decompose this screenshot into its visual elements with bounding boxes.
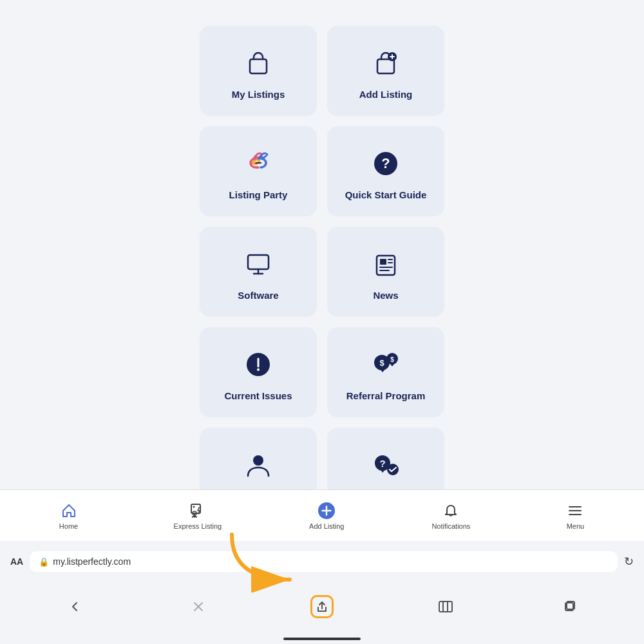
lock-icon: 🔒 <box>39 557 49 567</box>
svg-rect-0 <box>250 59 267 73</box>
browser-toolbar <box>0 582 644 631</box>
exclamation-circle-icon <box>242 348 275 381</box>
card-my-listings[interactable]: My Listings <box>200 26 317 116</box>
back-button[interactable] <box>63 595 86 618</box>
svg-marker-21 <box>379 368 386 372</box>
express-listing-icon <box>189 502 207 520</box>
nav-menu-label: Menu <box>567 522 585 530</box>
svg-text:?: ? <box>381 155 390 171</box>
svg-point-31 <box>193 506 194 507</box>
home-indicator <box>283 638 361 640</box>
nav-home-label: Home <box>59 522 78 530</box>
bag-icon <box>242 46 275 80</box>
url-text: my.listperfectly.com <box>53 556 131 567</box>
card-my-listings-label: My Listings <box>232 89 285 100</box>
close-button[interactable] <box>187 595 210 618</box>
card-current-issues-label: Current Issues <box>224 390 292 401</box>
browser-address-bar: AA 🔒 my.listperfectly.com ↻ <box>0 544 644 580</box>
svg-text:$: $ <box>390 356 394 363</box>
bell-icon <box>442 502 460 520</box>
nav-notifications[interactable]: Notifications <box>431 502 470 530</box>
svg-marker-28 <box>380 469 386 473</box>
listing-party-icon <box>242 147 275 180</box>
svg-marker-24 <box>390 363 395 366</box>
svg-text:$: $ <box>379 358 384 368</box>
svg-point-18 <box>257 368 260 371</box>
hamburger-menu-icon <box>566 502 584 520</box>
card-listing-party-label: Listing Party <box>229 189 288 200</box>
card-current-issues[interactable]: Current Issues <box>200 327 317 417</box>
svg-rect-1 <box>377 59 394 73</box>
bottom-nav: Home Express Listing A <box>0 489 644 541</box>
nav-home[interactable]: Home <box>50 502 88 530</box>
tabs-button[interactable] <box>558 595 581 618</box>
monitor-icon <box>242 247 275 281</box>
chat-question-icon: ? <box>369 448 402 482</box>
nav-express-listing[interactable]: Express Listing <box>174 502 222 530</box>
nav-menu[interactable]: Menu <box>556 502 594 530</box>
card-referral-program[interactable]: $ $ Referral Program <box>327 327 444 417</box>
card-news-label: News <box>373 290 398 301</box>
nav-add-listing[interactable]: Add Listing <box>307 502 346 530</box>
home-icon <box>60 502 78 520</box>
card-software-label: Software <box>238 290 278 301</box>
main-scroll[interactable]: My Listings Add Listing <box>0 0 644 541</box>
referral-icon: $ $ <box>369 348 402 381</box>
newspaper-icon <box>369 247 402 281</box>
card-add-listing-label: Add Listing <box>359 89 413 100</box>
bookmarks-button[interactable] <box>434 595 457 618</box>
menu-grid: My Listings Add Listing <box>200 26 444 518</box>
nav-express-listing-label: Express Listing <box>174 522 222 530</box>
nav-notifications-label: Notifications <box>431 522 470 530</box>
svg-rect-10 <box>377 256 395 275</box>
svg-rect-11 <box>380 259 386 265</box>
card-referral-label: Referral Program <box>346 390 426 401</box>
svg-point-25 <box>253 455 263 466</box>
person-icon <box>242 448 275 482</box>
card-software[interactable]: Software <box>200 227 317 317</box>
card-listing-party[interactable]: Listing Party <box>200 126 317 216</box>
url-bar[interactable]: 🔒 my.listperfectly.com <box>30 551 618 572</box>
svg-rect-43 <box>439 601 452 612</box>
svg-text:?: ? <box>379 458 385 469</box>
card-quick-start[interactable]: ? Quick Start Guide <box>327 126 444 216</box>
card-quick-start-label: Quick Start Guide <box>345 189 427 200</box>
add-listing-nav-icon <box>317 502 336 520</box>
refresh-icon[interactable]: ↻ <box>624 554 634 569</box>
bag-plus-icon <box>369 46 402 80</box>
card-news[interactable]: News <box>327 227 444 317</box>
card-add-listing[interactable]: Add Listing <box>327 26 444 116</box>
question-circle-icon: ? <box>369 147 402 180</box>
svg-rect-7 <box>248 255 269 269</box>
share-button[interactable] <box>310 595 334 618</box>
nav-add-listing-label: Add Listing <box>309 522 344 530</box>
browser-aa-label[interactable]: AA <box>10 556 23 567</box>
